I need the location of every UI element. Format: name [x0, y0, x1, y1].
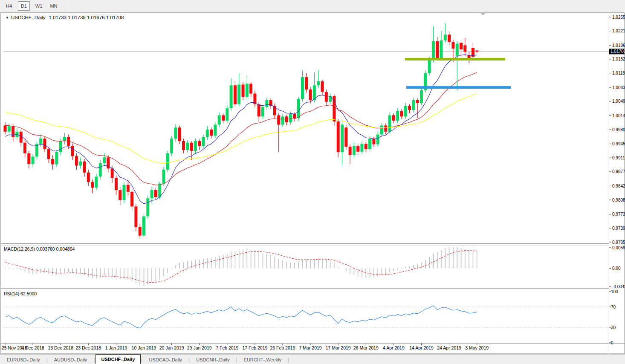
toolbar-separator	[65, 1, 65, 11]
macd-indicator-label: MACD(12,26,9) 0.003760 0.004804	[4, 246, 75, 251]
svg-text:4 Dec 2018: 4 Dec 2018	[21, 345, 44, 350]
svg-text:1.02210: 1.02210	[612, 29, 625, 33]
tab-separator: |	[93, 357, 95, 363]
candle-body	[400, 111, 403, 116]
svg-text:1.01708: 1.01708	[611, 49, 625, 54]
candle-body	[448, 35, 451, 42]
svg-text:0.98770: 0.98770	[612, 169, 625, 174]
candle-body	[416, 100, 419, 103]
candle-body	[230, 85, 233, 108]
candle-body	[8, 126, 11, 131]
candle-body	[388, 115, 391, 131]
candle-body	[71, 146, 74, 156]
ohlc-values: 1.01733 1.01739 1.01676 1.01708	[49, 15, 124, 20]
candle-body	[75, 156, 78, 165]
chart-title: ▼USDCHF-,Daily1.01733 1.01739 1.01676 1.…	[6, 15, 124, 20]
svg-text:1.01180: 1.01180	[612, 71, 625, 75]
candle-body	[321, 81, 324, 92]
candle-body	[305, 77, 308, 90]
svg-text:1.01860: 1.01860	[612, 43, 625, 48]
candle-body	[23, 143, 26, 153]
resistance-line[interactable]	[405, 58, 505, 61]
candle-body	[47, 149, 50, 159]
svg-text:-0.004243: -0.004243	[612, 284, 625, 289]
candle-body	[32, 156, 35, 164]
chart-canvas[interactable]: 1.025501.022101.018601.015201.011801.008…	[0, 12, 625, 354]
support-line[interactable]	[406, 86, 511, 89]
svg-text:100: 100	[611, 289, 618, 294]
svg-text:0.98080: 0.98080	[612, 198, 625, 202]
svg-text:1.02550: 1.02550	[612, 15, 625, 20]
svg-text:0.99800: 0.99800	[612, 127, 625, 132]
svg-text:24 Apr 2019: 24 Apr 2019	[437, 345, 461, 350]
candle-body	[142, 217, 145, 236]
svg-text:7 Feb 2019: 7 Feb 2019	[216, 345, 238, 350]
chart-tab-usdcnh[interactable]: USDCNH-,Daily	[190, 355, 235, 364]
svg-text:0.00597: 0.00597	[612, 246, 625, 250]
candle-body	[79, 162, 82, 166]
candle-body	[289, 114, 292, 122]
candle-body	[103, 157, 106, 163]
candle-body	[146, 198, 149, 216]
svg-text:0.00: 0.00	[612, 266, 621, 271]
svg-text:0.98420: 0.98420	[612, 184, 625, 188]
candle-body	[206, 130, 209, 137]
svg-text:1 Jan 2019: 1 Jan 2019	[105, 345, 127, 350]
candle-body	[186, 143, 189, 150]
candle-body	[380, 125, 383, 134]
chart-tab-eurusd[interactable]: EURUSD-,Daily	[1, 355, 46, 364]
chart-tab-eurchf[interactable]: EURCHF-,Weekly	[238, 355, 287, 364]
svg-text:0.97730: 0.97730	[612, 212, 625, 217]
svg-text:1.00140: 1.00140	[612, 113, 625, 118]
candle-body	[349, 147, 352, 155]
chart-tab-audusd[interactable]: AUDUSD-,Daily	[48, 355, 93, 364]
candle-body	[436, 41, 439, 59]
candle-body	[87, 173, 90, 182]
timeframe-button-d1[interactable]: D1	[18, 1, 30, 11]
candle-body	[115, 178, 118, 190]
svg-text:30: 30	[611, 325, 616, 330]
candle-body	[444, 35, 447, 40]
candle-body	[353, 146, 356, 155]
chart-window[interactable]: 1.025501.022101.018601.015201.011801.008…	[0, 12, 625, 354]
candle-body	[55, 152, 58, 165]
candle-body	[365, 144, 367, 149]
candle-body	[404, 106, 407, 116]
candle-body	[150, 190, 153, 198]
svg-text:14 Apr 2019: 14 Apr 2019	[409, 345, 434, 350]
chart-tab-usdcad[interactable]: USDCAD-,Daily	[143, 355, 188, 364]
candle-body	[420, 90, 423, 103]
symbol-dropdown-icon[interactable]: ▼	[6, 16, 9, 20]
candle-body	[123, 185, 126, 200]
candle-body	[317, 81, 320, 86]
symbol-name: USDCHF-,Daily	[11, 15, 46, 20]
timeframe-button-mn[interactable]: MN	[48, 1, 60, 11]
timeframe-button-h4[interactable]: H4	[3, 1, 15, 11]
svg-text:26 Mar 2019: 26 Mar 2019	[353, 345, 379, 350]
svg-text:0.97050: 0.97050	[612, 240, 625, 245]
svg-text:29 Jan 2019: 29 Jan 2019	[187, 345, 212, 350]
tab-separator: |	[46, 357, 48, 363]
svg-text:23 Dec 2018: 23 Dec 2018	[76, 345, 101, 350]
svg-text:0: 0	[611, 341, 613, 345]
candle-body	[456, 43, 459, 56]
candle-body	[460, 43, 463, 49]
candle-body	[170, 139, 173, 153]
candle-body	[4, 125, 7, 131]
candle-body	[265, 100, 268, 107]
svg-text:0.99450: 0.99450	[612, 142, 625, 146]
candle-body	[246, 84, 249, 97]
candle-body	[325, 92, 328, 102]
svg-text:0.97390: 0.97390	[612, 226, 625, 231]
candle-body	[111, 168, 114, 178]
candle-body	[337, 121, 340, 152]
tab-separator: |	[236, 357, 237, 363]
candle-body	[27, 153, 30, 164]
svg-text:1.00830: 1.00830	[612, 85, 625, 90]
timeframe-button-w1[interactable]: W1	[33, 1, 45, 11]
candle-body	[43, 139, 46, 149]
chart-tab-usdchf[interactable]: USDCHF-,Daily	[95, 354, 141, 364]
candle-body	[281, 116, 284, 124]
svg-text:3 May 2019: 3 May 2019	[465, 345, 489, 350]
candle-body	[301, 77, 304, 99]
